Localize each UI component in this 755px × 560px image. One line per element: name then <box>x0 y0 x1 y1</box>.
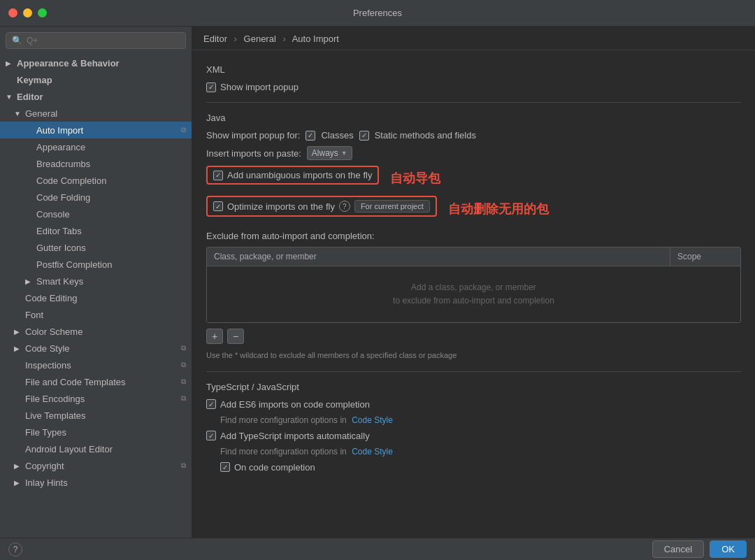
sidebar-label: Postfix Completion <box>36 259 112 270</box>
annotation-auto-delete: 自动删除无用的包 <box>448 201 549 217</box>
sidebar-label: Appearance <box>36 142 85 152</box>
search-box[interactable]: 🔍 <box>6 32 186 49</box>
maximize-button[interactable] <box>38 8 47 17</box>
ts-auto-import-row: Add TypeScript imports automatically <box>206 431 741 441</box>
copy-icon: ⧉ <box>181 126 186 134</box>
table-actions: + − <box>206 329 741 344</box>
breadcrumb: Editor › General › Auto Import <box>192 27 755 50</box>
sidebar-item-console[interactable]: Console <box>0 206 192 222</box>
for-current-project-btn[interactable]: For current project <box>354 200 430 213</box>
ts-find-more-text: Find more configuration options in <box>220 415 347 425</box>
sidebar-item-inlay-hints[interactable]: ▶ Inlay Hints <box>0 474 192 491</box>
sidebar-item-file-encodings[interactable]: File Encodings ⧉ <box>0 390 192 407</box>
cancel-button[interactable]: Cancel <box>652 540 704 558</box>
static-methods-checkbox[interactable] <box>359 131 369 141</box>
arrow-icon: ▶ <box>25 278 35 285</box>
close-button[interactable] <box>8 8 17 17</box>
optimize-imports-option: Optimize imports on the fly ? For curren… <box>206 196 437 217</box>
sidebar-item-file-code-templates[interactable]: File and Code Templates ⧉ <box>0 373 192 390</box>
sidebar-item-code-style[interactable]: ▶ Code Style ⧉ <box>0 340 192 357</box>
ts-code-style-link[interactable]: Code Style <box>352 415 393 425</box>
arrow-icon: ▶ <box>14 345 24 352</box>
ts-on-completion-checkbox[interactable] <box>220 462 230 472</box>
bottom-bar: ? Cancel OK <box>0 538 755 560</box>
minimize-button[interactable] <box>23 8 32 17</box>
sidebar-item-android-layout-editor[interactable]: Android Layout Editor <box>0 440 192 457</box>
ts-es6-label[interactable]: Add ES6 imports on code completion <box>206 399 370 410</box>
sidebar-item-appearance[interactable]: Appearance <box>0 138 192 155</box>
sidebar-label: Android Layout Editor <box>25 444 113 454</box>
sidebar-item-live-templates[interactable]: Live Templates <box>0 407 192 424</box>
sidebar-item-keymap[interactable]: Keymap <box>0 71 192 88</box>
breadcrumb-sep: › <box>234 34 237 44</box>
insert-imports-label: Insert imports on paste: <box>206 148 301 159</box>
sidebar-item-code-completion[interactable]: Code Completion <box>0 172 192 189</box>
ok-button[interactable]: OK <box>710 540 747 558</box>
optimize-imports-label: Optimize imports on the fly <box>227 201 335 212</box>
sidebar-item-editor[interactable]: ▼ Editor <box>0 88 192 105</box>
sidebar-item-editor-tabs[interactable]: Editor Tabs <box>0 222 192 239</box>
sidebar-label: Code Completion <box>36 175 106 186</box>
help-icon[interactable]: ? <box>339 201 350 212</box>
sidebar-item-smart-keys[interactable]: ▶ Smart Keys <box>0 273 192 289</box>
sidebar-item-auto-import[interactable]: Auto Import ⧉ <box>0 122 192 138</box>
java-section-header: Java <box>206 113 741 123</box>
xml-show-import-checkbox[interactable] <box>206 82 216 92</box>
xml-show-import-row: Show import popup <box>206 82 741 92</box>
sidebar-label: Editor Tabs <box>36 226 82 236</box>
dropdown-arrow-icon: ▼ <box>341 150 347 157</box>
sidebar-item-color-scheme[interactable]: ▶ Color Scheme <box>0 323 192 340</box>
sidebar-item-code-folding[interactable]: Code Folding <box>0 189 192 206</box>
classes-checkbox[interactable] <box>305 131 315 141</box>
sidebar-label: General <box>25 108 57 119</box>
copy-icon: ⧉ <box>181 394 186 403</box>
xml-show-import-label[interactable]: Show import popup <box>206 82 299 92</box>
search-input[interactable] <box>27 36 180 45</box>
sidebar-item-breadcrumbs[interactable]: Breadcrumbs <box>0 155 192 172</box>
sidebar-label: Code Folding <box>36 192 90 203</box>
sidebar-item-file-types[interactable]: File Types <box>0 424 192 440</box>
sidebar-item-appearance-behavior[interactable]: ▶ Appearance & Behavior <box>0 55 192 71</box>
sidebar-label: Breadcrumbs <box>36 159 90 169</box>
help-button[interactable]: ? <box>8 543 22 557</box>
breadcrumb-auto-import: Auto Import <box>292 34 339 44</box>
remove-row-button[interactable]: − <box>227 329 244 344</box>
static-methods-label: Static methods and fields <box>375 130 476 141</box>
add-row-button[interactable]: + <box>206 329 223 344</box>
exclude-table: Class, package, or member Scope Add a cl… <box>206 247 741 323</box>
sidebar-item-code-editing[interactable]: Code Editing <box>0 289 192 306</box>
arrow-icon: ▶ <box>14 462 24 470</box>
arrow-icon: ▼ <box>6 93 15 101</box>
ts-on-completion-row: On code completion <box>206 462 741 473</box>
arrow-icon: ▼ <box>14 110 24 117</box>
ts-es6-checkbox[interactable] <box>206 399 216 409</box>
sidebar-label: File Types <box>25 427 66 438</box>
add-unambiguous-option: Add unambiguous imports on the fly <box>206 166 379 185</box>
sidebar-item-postfix-completion[interactable]: Postfix Completion <box>0 256 192 273</box>
insert-imports-dropdown[interactable]: Always ▼ <box>307 146 352 160</box>
ts-auto-import-checkbox[interactable] <box>206 431 216 440</box>
window-controls <box>8 8 47 17</box>
sidebar: 🔍 ▶ Appearance & Behavior Keymap ▼ Edito… <box>0 27 192 538</box>
ts-code-style-link2[interactable]: Code Style <box>352 447 393 457</box>
table-col-scope: Scope <box>670 247 740 266</box>
sidebar-item-gutter-icons[interactable]: Gutter Icons <box>0 239 192 256</box>
sidebar-item-inspections[interactable]: Inspections ⧉ <box>0 357 192 373</box>
ts-on-completion-label[interactable]: On code completion <box>220 462 315 473</box>
insert-imports-row: Insert imports on paste: Always ▼ <box>206 146 741 160</box>
add-unambiguous-checkbox[interactable] <box>213 171 223 180</box>
sidebar-label: Inspections <box>25 360 71 371</box>
sidebar-tree: ▶ Appearance & Behavior Keymap ▼ Editor … <box>0 53 192 538</box>
sidebar-label: Editor <box>17 92 43 102</box>
ts-auto-import-label[interactable]: Add TypeScript imports automatically <box>206 431 370 441</box>
bottom-buttons: Cancel OK <box>652 540 747 558</box>
sidebar-label: Live Templates <box>25 410 85 421</box>
table-empty-line1: Add a class, package, or member <box>393 281 554 294</box>
ts-es6-row: Add ES6 imports on code completion <box>206 399 741 410</box>
titlebar: Preferences <box>0 0 755 27</box>
sidebar-item-font[interactable]: Font <box>0 306 192 323</box>
annotation-auto-import: 自动导包 <box>390 170 440 187</box>
sidebar-item-general[interactable]: ▼ General <box>0 105 192 122</box>
sidebar-item-copyright[interactable]: ▶ Copyright ⧉ <box>0 457 192 474</box>
optimize-imports-checkbox[interactable] <box>213 201 223 211</box>
